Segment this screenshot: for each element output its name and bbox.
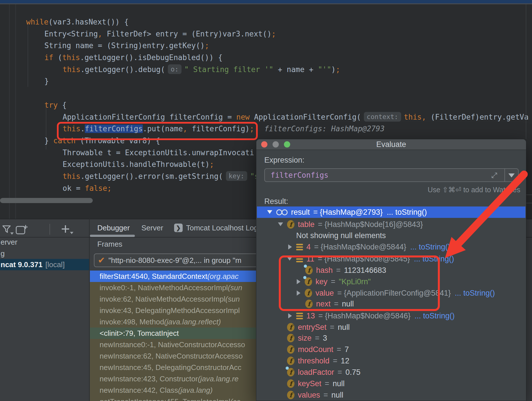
- filter-icon[interactable]: [2, 224, 11, 234]
- active-tab-underline: [90, 235, 135, 237]
- field-icon: f: [287, 357, 294, 365]
- indent-guide: [28, 21, 28, 87]
- code-line: String name = (String)entry.getKey();: [44, 40, 209, 52]
- code-line: while(var3.hasNext()) {: [26, 16, 129, 28]
- code-line: ApplicationFilterConfig filterConfig = n…: [63, 111, 529, 123]
- thread-selector[interactable]: ✔ "http-nio-8080-exec-9"@2,... in group …: [94, 253, 279, 267]
- field-icon: f: [305, 289, 312, 297]
- param-hint-badge: context:: [364, 112, 401, 122]
- frame-row[interactable]: invoke:498, Method (java.lang.reflect): [90, 316, 275, 328]
- dialog-title: Evaluate: [256, 140, 526, 149]
- collapse-icon[interactable]: [278, 220, 284, 229]
- add-frame-icon[interactable]: [15, 224, 28, 235]
- code-line: }: [44, 75, 49, 87]
- frame-row[interactable]: invoke:62, NativeMethodAccessorImpl (sun: [90, 293, 275, 305]
- service-item-tomcat[interactable]: ncat 9.0.371 [local]: [0, 259, 89, 270]
- tree-row-threshold[interactable]: f threshold=12: [257, 355, 525, 367]
- expand-icon[interactable]: [287, 244, 293, 249]
- field-icon: f: [287, 391, 294, 399]
- expand-icon[interactable]: [296, 290, 302, 296]
- pin-icon: [304, 265, 307, 268]
- frame-row-filterstart[interactable]: filterStart:4540, StandardContext (org.a…: [90, 271, 275, 282]
- tree-row-values[interactable]: f values=null: [257, 389, 525, 401]
- horizontal-scrollbar[interactable]: [0, 198, 93, 203]
- service-item-log[interactable]: g: [0, 248, 89, 259]
- expression-input[interactable]: filterConfigs ⤢: [264, 168, 519, 182]
- tree-row-hash[interactable]: f hash=1123146683: [257, 265, 525, 276]
- window-top-bar: [0, 0, 532, 3]
- tree-row-next[interactable]: f next=null: [257, 298, 525, 310]
- field-icon: f: [287, 379, 294, 388]
- tree-row-table[interactable]: f table= {HashMap$Node[16]@5843}: [257, 219, 525, 230]
- tree-row-keyset[interactable]: f keySet=null: [257, 378, 525, 389]
- frame-row[interactable]: newInstance:62, NativeConstructorAccesso: [90, 350, 275, 362]
- code-line: if (this.getLogger().isDebugEnabled()) {: [44, 52, 222, 64]
- tree-row-node11[interactable]: 11= {HashMap$Node@5845}... toString(): [257, 253, 525, 265]
- right-strip-line: [526, 203, 532, 203]
- tree-row-modcount[interactable]: f modCount=7: [257, 344, 525, 355]
- code-line: this.getLogger().error(sm.getString(key:…: [63, 170, 259, 182]
- tree-row-node13[interactable]: 13= {HashMap$Node@5846}... toString(): [257, 310, 525, 322]
- gutter-divider: [9, 4, 10, 219]
- pin-icon: [286, 367, 289, 370]
- code-line: try {: [44, 99, 67, 111]
- tree-row-note: Not showing null elements: [257, 230, 525, 241]
- field-icon: f: [287, 345, 294, 354]
- code-line: Entry<String, FilterDef> entry = (Entry)…: [44, 28, 276, 40]
- expression-value[interactable]: filterConfigs: [271, 171, 491, 179]
- frame-row[interactable]: newInstance:423, Constructor (java.lang.…: [90, 373, 275, 384]
- frame-row[interactable]: newInstance:442, Class (java.lang): [90, 384, 275, 396]
- debugger-inline-hint: filterConfigs: HashMap@2793: [264, 124, 385, 133]
- tab-server[interactable]: Server: [141, 222, 163, 234]
- thread-label: "http-nio-8080-exec-9"@2,... in group "m: [108, 256, 241, 265]
- frame-row[interactable]: newInstance0:-1, NativeConstructorAccess…: [90, 339, 275, 350]
- frame-row[interactable]: newInstance:45, DelegatingConstructorAcc: [90, 362, 275, 373]
- code-line: Throwable t = ExceptionUtils.unwrapInvoc…: [63, 147, 254, 159]
- dialog-titlebar[interactable]: Evaluate: [256, 139, 526, 150]
- toolbar-divider: [50, 224, 50, 235]
- service-item-server[interactable]: erver: [0, 236, 89, 248]
- expand-editor-icon[interactable]: ⤢: [491, 171, 500, 179]
- history-dropdown-arrow[interactable]: [505, 170, 518, 181]
- expand-icon[interactable]: [296, 279, 302, 284]
- add-icon[interactable]: [61, 224, 70, 234]
- frame-row[interactable]: invoke0:-1, NativeMethodAccessorImpl (su…: [90, 282, 275, 293]
- tree-row-entryset[interactable]: f entrySet=null: [257, 322, 525, 333]
- tostring-link[interactable]: ... toString(): [415, 312, 455, 320]
- frames-list: filterStart:4540, StandardContext (org.a…: [90, 271, 275, 401]
- collapse-icon[interactable]: [287, 255, 293, 263]
- tree-row-size[interactable]: f size=3: [257, 332, 525, 344]
- evaluate-dialog: Evaluate Expression: filterConfigs ⤢ Use…: [256, 139, 526, 401]
- array-element-icon: [296, 243, 303, 251]
- tree-row-loadfactor[interactable]: f loadFactor=0.75: [257, 367, 525, 378]
- tostring-link[interactable]: ... toString(): [414, 255, 454, 263]
- panel-vertical-divider: [89, 219, 90, 401]
- expand-icon[interactable]: [287, 313, 293, 318]
- param-hint-badge: o:: [168, 64, 182, 74]
- code-line: this.getLogger().debug(o:" Starting filt…: [63, 64, 340, 75]
- frame-row[interactable]: getTranslatInstance:455, TemplatesImpl (…: [90, 396, 275, 401]
- console-log-icon: ❯: [174, 224, 183, 232]
- add-dropdown-caret[interactable]: [70, 232, 73, 236]
- field-icon-pinned: f: [305, 277, 312, 286]
- tree-row-key[interactable]: f key="KpLi0rn": [257, 276, 525, 287]
- tab-debugger[interactable]: Debugger: [97, 222, 130, 234]
- tree-row-node4[interactable]: 4= {HashMap$Node@5844}... toString(): [257, 241, 525, 253]
- annotation-box-code: [57, 122, 258, 140]
- gutter-divider-2: [15, 4, 16, 219]
- ide-window: while(var3.hasNext()) { Entry<String, Fi…: [0, 0, 532, 401]
- tostring-link[interactable]: ... toString(): [455, 289, 495, 298]
- tostring-link[interactable]: ... toString(): [387, 208, 427, 217]
- field-icon: f: [305, 300, 313, 308]
- code-line: ok = false;: [63, 182, 112, 194]
- tree-row-value[interactable]: f value= {ApplicationFilterConfig@5841}.…: [257, 287, 525, 299]
- frame-row-tomcatinject[interactable]: <clinit>:79, TomcatInject: [90, 328, 275, 339]
- frame-row[interactable]: invoke:43, DelegatingMethodAccessorImpl: [90, 305, 275, 316]
- tostring-link[interactable]: ... toString(): [410, 243, 450, 251]
- collapse-icon[interactable]: [267, 208, 273, 216]
- filter-dropdown-caret[interactable]: [10, 232, 14, 236]
- field-icon: f: [287, 323, 294, 332]
- tree-row-result[interactable]: result= {HashMap@2793}... toString(): [257, 206, 525, 218]
- param-hint-badge: key:: [226, 171, 247, 181]
- tab-tomcat-log[interactable]: ❯ Tomcat Localhost Log: [174, 222, 258, 234]
